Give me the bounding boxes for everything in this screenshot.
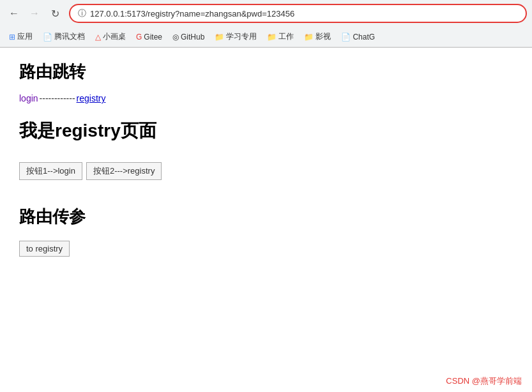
- nav-buttons: ← → ↻: [5, 4, 64, 22]
- nav-links: login ------------ registry: [19, 93, 513, 103]
- bookmark-label: GitHub: [181, 33, 204, 41]
- nav-separator: ------------: [40, 93, 75, 103]
- bookmark-label: Gitee: [144, 33, 162, 41]
- bookmark-icon: 📁: [215, 33, 224, 41]
- bookmark-item[interactable]: △小画桌: [91, 29, 130, 44]
- bookmark-item[interactable]: ◎GitHub: [169, 31, 208, 43]
- bookmark-item[interactable]: 📁工作: [263, 29, 298, 44]
- section3-title: 路由传参: [19, 206, 513, 228]
- bookmark-icon: 📁: [304, 33, 314, 41]
- bookmark-label: 工作: [278, 31, 294, 42]
- forward-button[interactable]: →: [26, 4, 43, 22]
- bookmark-icon: △: [95, 33, 101, 41]
- section1-title: 路由跳转: [19, 61, 513, 83]
- bookmark-icon: G: [136, 33, 142, 41]
- address-bar[interactable]: [90, 9, 518, 19]
- refresh-button[interactable]: ↻: [46, 4, 64, 22]
- bookmark-item[interactable]: 📁学习专用: [211, 29, 261, 44]
- bookmark-item[interactable]: 📄ChatG: [337, 31, 379, 43]
- bookmark-item[interactable]: 📁影视: [300, 29, 335, 44]
- registry-link[interactable]: registry: [77, 93, 106, 103]
- buttons-row: 按钮1-->login 按钮2--->registry: [19, 162, 513, 180]
- browser-toolbar: ← → ↻ ⓘ: [0, 0, 532, 27]
- bookmark-label: 学习专用: [226, 31, 257, 42]
- page-content: 路由跳转 login ------------ registry 我是regis…: [0, 48, 532, 367]
- bookmark-item[interactable]: 📄腾讯文档: [39, 29, 89, 44]
- browser-chrome: ← → ↻ ⓘ ⊞应用📄腾讯文档△小画桌GGitee◎GitHub📁学习专用📁工…: [0, 0, 532, 48]
- bookmark-icon: 📄: [43, 33, 52, 41]
- page-subtitle: 我是registry页面: [19, 119, 513, 143]
- address-bar-container: ⓘ: [69, 4, 527, 23]
- to-registry-button[interactable]: to registry: [19, 241, 70, 257]
- bookmark-item[interactable]: ⊞应用: [5, 29, 36, 44]
- bookmark-label: ChatG: [353, 33, 375, 41]
- bookmarks-bar: ⊞应用📄腾讯文档△小画桌GGitee◎GitHub📁学习专用📁工作📁影视📄Cha…: [0, 27, 532, 47]
- bookmark-icon: 📁: [267, 33, 277, 41]
- btn2-registry[interactable]: 按钮2--->registry: [86, 162, 162, 180]
- bookmark-icon: 📄: [341, 33, 351, 41]
- bookmark-label: 腾讯文档: [54, 31, 85, 42]
- lock-icon: ⓘ: [78, 8, 86, 19]
- back-button[interactable]: ←: [5, 4, 23, 22]
- bookmark-item[interactable]: GGitee: [132, 31, 166, 43]
- btn1-login[interactable]: 按钮1-->login: [19, 162, 82, 180]
- bookmark-label: 影视: [315, 31, 331, 42]
- bookmark-icon: ⊞: [9, 33, 15, 41]
- bookmark-label: 应用: [17, 31, 33, 42]
- bookmark-icon: ◎: [172, 33, 179, 41]
- bookmark-label: 小画桌: [103, 31, 126, 42]
- login-link[interactable]: login: [19, 93, 38, 103]
